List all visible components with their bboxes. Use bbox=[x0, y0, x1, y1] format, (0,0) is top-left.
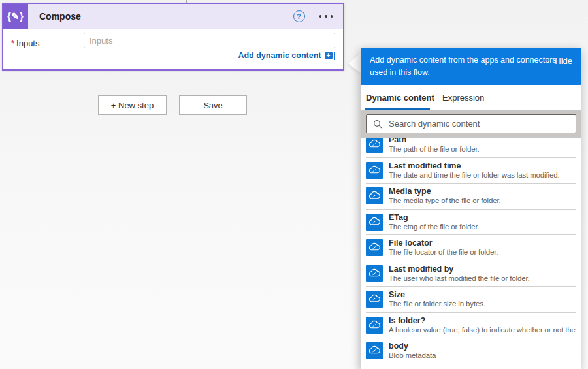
blob-connector-icon bbox=[366, 342, 383, 359]
hide-button[interactable]: Hide bbox=[555, 56, 572, 66]
list-item[interactable]: Media typeThe media type of the file or … bbox=[361, 184, 581, 210]
item-title: Last modified by bbox=[389, 265, 576, 274]
compose-card-header[interactable]: {✎} Compose ? bbox=[3, 4, 343, 29]
item-description: The media type of the file or folder. bbox=[389, 196, 576, 205]
tab-dynamic-content[interactable]: Dynamic content bbox=[366, 85, 434, 110]
blob-cloud-icon bbox=[368, 216, 381, 229]
search-strip bbox=[361, 110, 581, 138]
tab-expression[interactable]: Expression bbox=[442, 85, 484, 110]
item-description: The file locator of the file or folder. bbox=[389, 248, 576, 257]
add-dynamic-content-icon: + bbox=[325, 52, 336, 60]
add-dynamic-content-link[interactable]: Add dynamic content + bbox=[238, 51, 335, 60]
required-asterisk: * bbox=[11, 39, 14, 48]
list-item[interactable]: Last modified timeThe date and time the … bbox=[361, 158, 581, 184]
item-description: A boolean value (true, false) to indicat… bbox=[389, 325, 576, 334]
blob-cloud-icon bbox=[368, 319, 381, 332]
flow-designer-canvas: {✎} Compose ? *Inputs Add dynamic conten… bbox=[0, 0, 588, 369]
blob-cloud-icon bbox=[368, 293, 381, 306]
search-input[interactable] bbox=[387, 114, 576, 133]
blob-connector-icon bbox=[366, 265, 383, 282]
banner-text: Add dynamic content from the apps and co… bbox=[370, 54, 559, 79]
item-title: Is folder? bbox=[389, 316, 576, 325]
item-title: File locator bbox=[389, 238, 576, 248]
list-item[interactable]: Last modified byThe user who last modifi… bbox=[361, 261, 581, 287]
blob-cloud-icon bbox=[368, 138, 381, 151]
save-button[interactable]: Save bbox=[179, 95, 247, 115]
blob-cloud-icon bbox=[368, 164, 381, 177]
compose-icon: {✎} bbox=[3, 4, 28, 29]
blob-cloud-icon bbox=[368, 241, 381, 254]
list-item[interactable]: ETagThe etag of the file or folder. bbox=[361, 210, 581, 236]
more-options-icon[interactable] bbox=[318, 12, 335, 20]
list-item[interactable]: Is folder?A boolean value (true, false) … bbox=[361, 313, 581, 339]
flyout-beak bbox=[348, 54, 361, 73]
item-title: ETag bbox=[389, 213, 576, 222]
list-item[interactable]: SizeThe file or folder size in bytes. bbox=[361, 287, 581, 313]
new-step-button[interactable]: + New step bbox=[98, 95, 167, 115]
blob-connector-icon bbox=[366, 162, 383, 179]
search-box bbox=[366, 114, 576, 133]
blob-connector-icon bbox=[366, 136, 383, 153]
item-title: Media type bbox=[389, 187, 576, 196]
item-description: The path of the file or folder. bbox=[389, 144, 576, 153]
list-item[interactable]: bodyBlob metadata bbox=[361, 338, 581, 364]
item-title: Last modified time bbox=[389, 161, 576, 170]
blob-connector-icon bbox=[366, 239, 383, 256]
dynamic-content-list: PathThe path of the file or folder.Last … bbox=[361, 132, 581, 364]
inputs-field[interactable] bbox=[84, 33, 335, 48]
blob-connector-icon bbox=[366, 317, 383, 334]
item-title: Size bbox=[389, 290, 576, 299]
panel-banner: Add dynamic content from the apps and co… bbox=[361, 48, 581, 85]
inputs-label: *Inputs bbox=[11, 39, 39, 48]
item-description: The file or folder size in bytes. bbox=[389, 299, 576, 308]
item-title: body bbox=[389, 342, 576, 351]
item-description: Blob metadata bbox=[389, 351, 576, 360]
item-description: The user who last modified the file or f… bbox=[389, 274, 576, 283]
blob-connector-icon bbox=[366, 187, 383, 204]
dynamic-content-panel: Add dynamic content from the apps and co… bbox=[361, 48, 581, 369]
compose-card-body: *Inputs Add dynamic content + bbox=[3, 29, 343, 69]
blob-cloud-icon bbox=[368, 189, 381, 202]
help-icon[interactable]: ? bbox=[293, 10, 305, 22]
search-icon bbox=[373, 120, 382, 129]
compose-action-card: {✎} Compose ? *Inputs Add dynamic conten… bbox=[2, 3, 344, 71]
item-description: The etag of the file or folder. bbox=[389, 222, 576, 231]
blob-cloud-icon bbox=[368, 344, 381, 357]
blob-connector-icon bbox=[366, 214, 383, 231]
blob-connector-icon bbox=[366, 291, 383, 308]
item-description: The date and time the file or folder was… bbox=[389, 170, 576, 180]
blob-cloud-icon bbox=[368, 267, 381, 280]
panel-tabs: Dynamic content Expression bbox=[361, 85, 581, 110]
compose-card-title: Compose bbox=[39, 11, 81, 22]
list-item[interactable]: File locatorThe file locator of the file… bbox=[361, 235, 581, 261]
